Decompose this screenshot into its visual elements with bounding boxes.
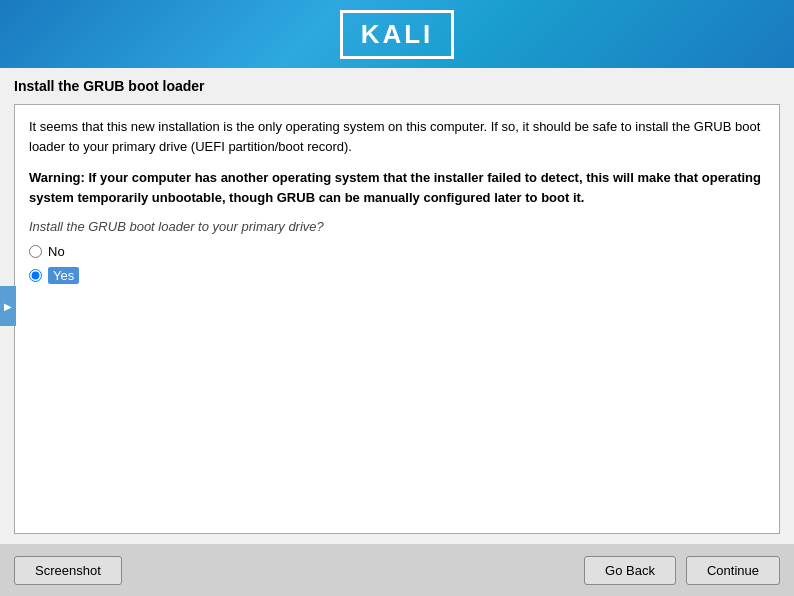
info-box: It seems that this new installation is t… xyxy=(14,104,780,534)
info-text-warning: Warning: If your computer has another op… xyxy=(29,168,765,207)
page-title: Install the GRUB boot loader xyxy=(14,78,780,94)
screenshot-button[interactable]: Screenshot xyxy=(14,556,122,585)
footer-right-buttons: Go Back Continue xyxy=(584,556,780,585)
radio-option-yes[interactable]: Yes xyxy=(29,267,765,284)
main-content: ▶ Install the GRUB boot loader It seems … xyxy=(0,68,794,544)
kali-logo: KALI xyxy=(340,10,455,59)
header: KALI xyxy=(0,0,794,68)
side-tab[interactable]: ▶ xyxy=(0,286,16,326)
info-text-primary: It seems that this new installation is t… xyxy=(29,117,765,156)
radio-yes[interactable] xyxy=(29,269,42,282)
radio-option-no[interactable]: No xyxy=(29,244,765,259)
go-back-button[interactable]: Go Back xyxy=(584,556,676,585)
question-label: Install the GRUB boot loader to your pri… xyxy=(29,219,765,234)
radio-yes-label: Yes xyxy=(48,267,79,284)
side-tab-arrow: ▶ xyxy=(4,301,12,312)
footer: Screenshot Go Back Continue xyxy=(0,544,794,596)
radio-no-label: No xyxy=(48,244,65,259)
radio-no[interactable] xyxy=(29,245,42,258)
continue-button[interactable]: Continue xyxy=(686,556,780,585)
